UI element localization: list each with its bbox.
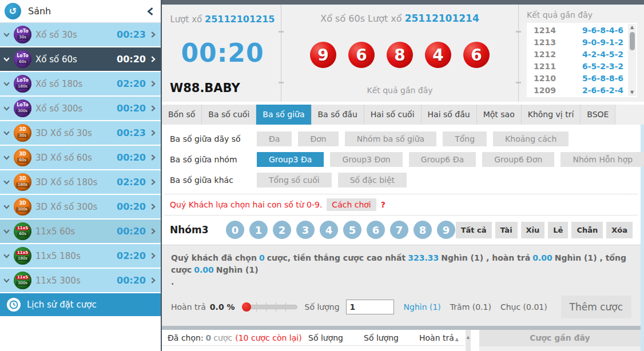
bet-option-so-dac-biet[interactable]: Số đặc biệt bbox=[338, 173, 407, 188]
bet-option-group6-da[interactable]: Group6 Đa bbox=[409, 152, 476, 167]
tab-khong-vi-tri[interactable]: Không vị trí bbox=[522, 105, 581, 125]
history-label: Lịch sử đặt cược bbox=[27, 300, 97, 310]
col-quantity-2: Số lượng bbox=[364, 333, 399, 342]
sidebar-item-xoso-60s[interactable]: LoTo60s Xổ số 60s 00:20 bbox=[0, 47, 161, 71]
bet-option-group3-da[interactable]: Group3 Đa bbox=[257, 152, 324, 167]
bet-option-da[interactable]: Đa bbox=[257, 131, 292, 146]
section-divider bbox=[162, 326, 641, 330]
collapse-sidebar-icon[interactable] bbox=[147, 7, 154, 15]
sidebar-item-11x5-180s[interactable]: 11x5180s 11x5 180s 02:20 bbox=[0, 244, 161, 268]
sidebar: ↺ Sảnh LoTo30s Xổ số 30s 00:23 LoTo60s X… bbox=[0, 0, 162, 351]
number-ball-0[interactable]: 0 bbox=[226, 221, 244, 239]
chevron-down-icon bbox=[3, 33, 10, 37]
tab-ba-so-dau[interactable]: Ba số đầu bbox=[312, 105, 364, 125]
chevron-right-icon bbox=[151, 204, 156, 210]
select-high-button[interactable]: Tài bbox=[495, 222, 518, 238]
bet-option-tong[interactable]: Tổng bbox=[443, 131, 487, 146]
tab-bon-so[interactable]: Bốn số bbox=[162, 105, 202, 125]
sidebar-item-bet-history[interactable]: Lịch sử đặt cược bbox=[0, 293, 161, 316]
tab-bsoe[interactable]: BSOE bbox=[581, 105, 615, 125]
chevron-down-icon bbox=[3, 131, 10, 135]
hint-text: Quý Khách lựa chọn hai con số từ 0-9. bbox=[170, 200, 322, 209]
sidebar-item-3d-xoso-300s[interactable]: 3D300s 3D Xổ số 300s 00:20 bbox=[0, 195, 161, 218]
sidebar-item-3d-xoso-180s[interactable]: 3D180s 3D Xổ số 180s 02:20 bbox=[0, 170, 161, 194]
number-ball-7[interactable]: 7 bbox=[390, 221, 408, 239]
tab-mot-sao[interactable]: Một sao bbox=[477, 105, 522, 125]
bet-option-group3-don[interactable]: Group3 Đơn bbox=[330, 152, 402, 167]
select-all-button[interactable]: Tất cả bbox=[456, 222, 492, 238]
number-ball-3[interactable]: 3 bbox=[296, 221, 315, 239]
sort-asc-icon[interactable]: ▲ bbox=[455, 337, 459, 342]
scrollbar-thumb[interactable] bbox=[630, 32, 635, 50]
game-label: 3D Xổ số 30s bbox=[35, 128, 113, 138]
add-bet-button[interactable]: Thêm cược bbox=[561, 296, 631, 318]
tab-ba-so-cuoi[interactable]: Ba số cuối bbox=[202, 105, 256, 125]
bet-option-group6-don[interactable]: Group6 Đơn bbox=[482, 152, 554, 167]
lottery-app: ↺ Sảnh LoTo30s Xổ số 30s 00:23 LoTo60s X… bbox=[0, 0, 644, 351]
results-scrollbar[interactable]: ▲ ▼ bbox=[628, 24, 636, 96]
clear-button[interactable]: Xóa bbox=[606, 222, 633, 238]
number-ball-8[interactable]: 8 bbox=[414, 221, 432, 239]
number-ball-1[interactable]: 1 bbox=[249, 221, 268, 239]
bet-list-scrollbar[interactable]: ▲ bbox=[466, 330, 471, 351]
tab-hai-so-cuoi[interactable]: Hai số cuối bbox=[364, 105, 422, 125]
countdown-badge: 00:23 bbox=[117, 127, 146, 138]
refund-slider[interactable] bbox=[243, 302, 297, 312]
result-panel: Xổ số 60s Lượt xổ 25112101214 9 6 8 4 6 … bbox=[281, 5, 518, 102]
game-label: Xổ số 30s bbox=[35, 30, 113, 40]
result-row: 12116-5-2-3-2 bbox=[534, 61, 623, 73]
number-ball-2[interactable]: 2 bbox=[273, 221, 291, 239]
number-ball-6[interactable]: 6 bbox=[367, 221, 385, 239]
chevron-down-icon bbox=[3, 106, 10, 111]
unit-nghin[interactable]: Nghìn (1) bbox=[404, 302, 441, 312]
lotto-badge-icon: LoTo300s bbox=[14, 99, 31, 117]
bet-option-khoang-cach[interactable]: Khoảng cách bbox=[493, 131, 569, 146]
back-icon[interactable]: ↺ bbox=[5, 3, 21, 19]
sidebar-item-11x5-300s[interactable]: 11x5300s 11x5 300s 00:20 bbox=[0, 269, 161, 292]
number-ball-5[interactable]: 5 bbox=[343, 221, 361, 239]
scroll-up-icon[interactable]: ▲ bbox=[630, 24, 634, 31]
select-odd-button[interactable]: Lẻ bbox=[548, 222, 568, 238]
panel-gap bbox=[471, 330, 479, 351]
scroll-down-icon[interactable]: ▼ bbox=[630, 89, 634, 96]
refund-slider-handle[interactable] bbox=[242, 302, 251, 312]
sidebar-item-xoso-180s[interactable]: LoTo180s Xổ số 180s 02:20 bbox=[0, 72, 161, 95]
chevron-down-icon bbox=[3, 254, 10, 258]
remaining-bets: (10 cược còn lại) bbox=[235, 333, 301, 342]
chevron-down-icon bbox=[3, 57, 10, 62]
quantity-input[interactable] bbox=[346, 300, 394, 314]
bet-option-don[interactable]: Đơn bbox=[298, 131, 338, 146]
sidebar-item-3d-xoso-60s[interactable]: 3D60s 3D Xổ số 60s 00:20 bbox=[0, 146, 161, 169]
game-label: 11x5 60s bbox=[35, 226, 113, 237]
scroll-up-icon: ▲ bbox=[467, 335, 470, 340]
bet-option-nhom-hon-hop[interactable]: Nhóm Hỗn hợp bbox=[560, 152, 644, 167]
how-to-play-button[interactable]: Cách chơi bbox=[327, 198, 376, 211]
number-ball-9[interactable]: 9 bbox=[437, 221, 455, 239]
countdown-timer: 00:20 bbox=[170, 38, 275, 67]
help-icon[interactable]: ? bbox=[381, 200, 385, 209]
chevron-down-icon bbox=[3, 229, 10, 234]
unit-tram[interactable]: Trăm (0.1) bbox=[450, 302, 491, 312]
sidebar-item-3d-xoso-30s[interactable]: 3D30s 3D Xổ số 30s 00:23 bbox=[0, 121, 161, 145]
3d-badge-icon: 3D180s bbox=[14, 173, 31, 191]
lotto-badge-icon: LoTo180s bbox=[14, 75, 31, 93]
bet-option-tong-so-cuoi[interactable]: Tổng số cuối bbox=[257, 173, 332, 188]
tab-ba-so-giua[interactable]: Ba số giữa bbox=[256, 105, 311, 125]
game-label: Xổ số 180s bbox=[35, 79, 113, 89]
number-picker: Nhóm3 0 1 2 3 4 5 6 7 8 9 Tất cả Tài Xỉu bbox=[162, 216, 641, 245]
bet-summary-text: Quý khách đã chọn0cược, tiền thắng cược … bbox=[171, 252, 631, 288]
draw-title: Xổ số 60s Lượt xổ 25112101214 bbox=[286, 13, 514, 24]
selected-bets-panel: Đã chọn: 0 cược (10 cược còn lại) Số lượ… bbox=[162, 330, 471, 351]
recent-bets-title: Cược gần đây bbox=[479, 330, 641, 346]
tab-hai-so-dau[interactable]: Hai số đầu bbox=[422, 105, 477, 125]
sidebar-item-xoso-300s[interactable]: LoTo300s Xổ số 300s 00:20 bbox=[0, 97, 161, 120]
bet-option-nhom-ba-so-giua[interactable]: Nhóm ba số giữa bbox=[345, 131, 436, 146]
select-low-button[interactable]: Xỉu bbox=[521, 222, 545, 238]
select-even-button[interactable]: Chẵn bbox=[571, 222, 603, 238]
number-ball-4[interactable]: 4 bbox=[320, 221, 338, 239]
sidebar-item-xoso-30s[interactable]: LoTo30s Xổ số 30s 00:23 bbox=[0, 23, 161, 46]
bottom-section: Đã chọn: 0 cược (10 cược còn lại) Số lượ… bbox=[162, 330, 641, 351]
unit-chuc[interactable]: Chục (0.01) bbox=[500, 302, 547, 312]
sidebar-item-11x5-60s[interactable]: 11x560s 11x5 60s 00:20 bbox=[0, 220, 161, 243]
lotto-badge-icon: LoTo30s bbox=[14, 26, 31, 43]
